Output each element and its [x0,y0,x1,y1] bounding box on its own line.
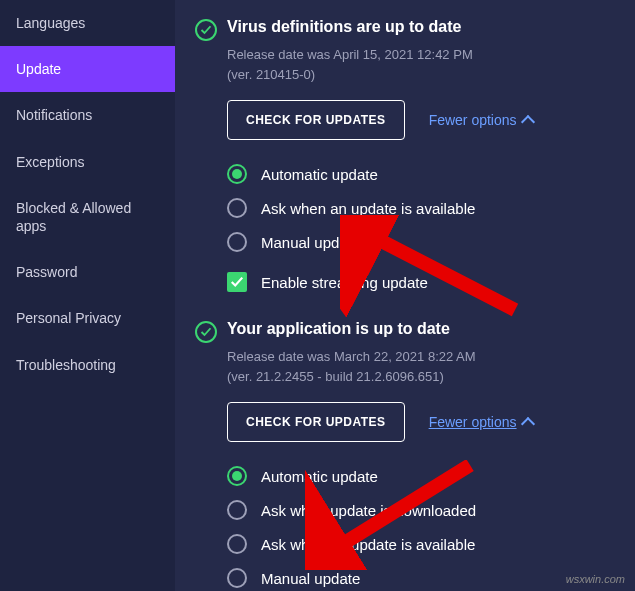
check-circle-icon [195,321,217,343]
virus-section-sub: Release date was April 15, 2021 12:42 PM… [227,45,611,84]
virus-section-header: Virus definitions are up to date [195,18,611,41]
app-section-title: Your application is up to date [227,320,450,338]
virus-fewer-options-link[interactable]: Fewer options [429,112,533,128]
app-release-date: Release date was March 22, 2021 8:22 AM [227,347,611,367]
app-radio-manual[interactable]: Manual update [227,568,611,588]
check-circle-icon [195,19,217,41]
app-radio-list: Automatic update Ask when update is down… [227,466,611,588]
radio-icon [227,534,247,554]
app-radio-ask-available[interactable]: Ask when an update is available [227,534,611,554]
radio-icon [227,500,247,520]
radio-icon [227,198,247,218]
radio-label: Automatic update [261,468,378,485]
sidebar: Languages Update Notifications Exception… [0,0,175,591]
sidebar-item-update[interactable]: Update [0,46,175,92]
sidebar-item-password[interactable]: Password [0,249,175,295]
virus-radio-automatic[interactable]: Automatic update [227,164,611,184]
app-section-header: Your application is up to date [195,320,611,343]
radio-label: Ask when update is downloaded [261,502,476,519]
virus-version: (ver. 210415-0) [227,65,611,85]
virus-radio-ask[interactable]: Ask when an update is available [227,198,611,218]
virus-radio-manual[interactable]: Manual update [227,232,611,252]
options-link-label: Fewer options [429,414,517,430]
radio-icon [227,232,247,252]
radio-icon [227,164,247,184]
app-fewer-options-link[interactable]: Fewer options [429,414,533,430]
app-radio-automatic[interactable]: Automatic update [227,466,611,486]
sidebar-item-troubleshooting[interactable]: Troubleshooting [0,342,175,388]
app-section-sub: Release date was March 22, 2021 8:22 AM … [227,347,611,386]
radio-icon [227,568,247,588]
checkbox-icon [227,272,247,292]
sidebar-item-notifications[interactable]: Notifications [0,92,175,138]
radio-icon [227,466,247,486]
watermark: wsxwin.com [566,573,625,585]
chevron-up-icon [520,115,534,129]
chevron-up-icon [520,417,534,431]
app-radio-ask-downloaded[interactable]: Ask when update is downloaded [227,500,611,520]
sidebar-item-languages[interactable]: Languages [0,0,175,46]
checkbox-label: Enable streaming update [261,274,428,291]
sidebar-item-personal-privacy[interactable]: Personal Privacy [0,295,175,341]
streaming-update-checkbox[interactable]: Enable streaming update [227,272,611,292]
virus-section-title: Virus definitions are up to date [227,18,461,36]
radio-label: Automatic update [261,166,378,183]
virus-check-updates-button[interactable]: CHECK FOR UPDATES [227,100,405,140]
app-version: (ver. 21.2.2455 - build 21.2.6096.651) [227,367,611,387]
virus-action-row: CHECK FOR UPDATES Fewer options [227,100,611,140]
app-action-row: CHECK FOR UPDATES Fewer options [227,402,611,442]
virus-release-date: Release date was April 15, 2021 12:42 PM [227,45,611,65]
main-panel: Virus definitions are up to date Release… [175,0,635,591]
radio-label: Ask when an update is available [261,536,475,553]
virus-radio-list: Automatic update Ask when an update is a… [227,164,611,252]
radio-label: Manual update [261,234,360,251]
radio-label: Ask when an update is available [261,200,475,217]
app-check-updates-button[interactable]: CHECK FOR UPDATES [227,402,405,442]
options-link-label: Fewer options [429,112,517,128]
sidebar-item-blocked-allowed[interactable]: Blocked & Allowed apps [0,185,175,249]
sidebar-item-exceptions[interactable]: Exceptions [0,139,175,185]
radio-label: Manual update [261,570,360,587]
